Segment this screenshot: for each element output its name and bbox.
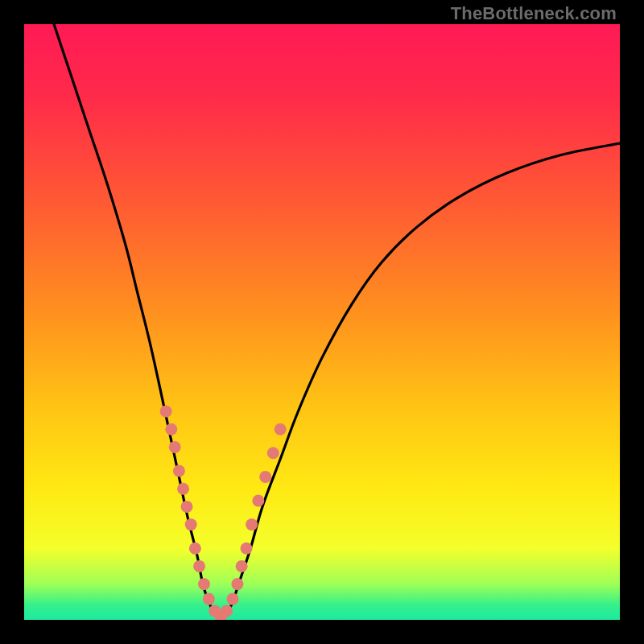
plot-area: [24, 24, 620, 620]
chart-frame: TheBottleneck.com: [0, 0, 644, 644]
watermark-text: TheBottleneck.com: [451, 3, 617, 24]
background-gradient: [24, 24, 620, 620]
svg-rect-0: [24, 24, 620, 620]
